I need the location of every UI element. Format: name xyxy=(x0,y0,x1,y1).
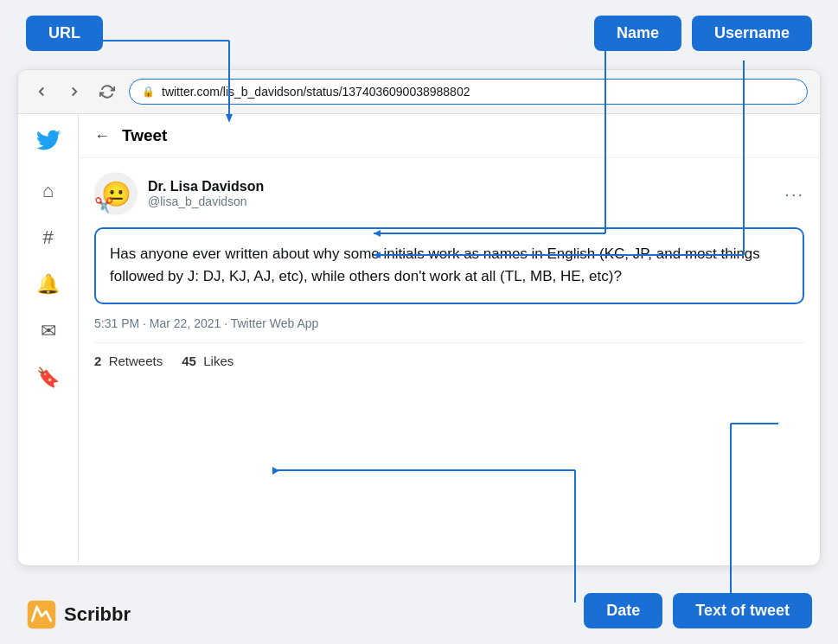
username-button[interactable]: Username xyxy=(692,16,812,51)
forward-button[interactable] xyxy=(63,80,86,103)
tweet-text: Has anyone ever written about why some i… xyxy=(110,243,789,289)
likes-stat: 45 Likes xyxy=(182,354,233,368)
bottom-buttons-row: Date Text of tweet xyxy=(584,593,812,628)
twitter-logo-icon[interactable] xyxy=(36,128,61,156)
likes-count: 45 xyxy=(182,354,196,368)
back-button[interactable] xyxy=(30,80,53,103)
name-button[interactable]: Name xyxy=(594,16,681,51)
retweets-label: Retweets xyxy=(109,354,163,368)
avatar-tools-emoji: ✂️ xyxy=(94,196,113,215)
author-info: Dr. Lisa Davidson @lisa_b_davidson xyxy=(148,179,264,208)
tweet-stats: 2 Retweets 45 Likes xyxy=(94,342,804,379)
twitter-content: ⌂ # 🔔 ✉ 🔖 ← Tweet 😐 ✂️ xyxy=(18,114,820,564)
home-icon[interactable]: ⌂ xyxy=(42,180,54,202)
author-handle: @lisa_b_davidson xyxy=(148,194,264,208)
bookmarks-icon[interactable]: 🔖 xyxy=(36,367,60,389)
hashtag-icon[interactable]: # xyxy=(42,226,53,249)
reload-button[interactable] xyxy=(96,80,118,103)
url-button[interactable]: URL xyxy=(26,16,103,51)
date-button[interactable]: Date xyxy=(584,593,662,628)
messages-icon[interactable]: ✉ xyxy=(41,320,56,342)
scribbr-icon xyxy=(26,599,57,630)
top-right-buttons: Name Username xyxy=(594,16,812,51)
scribbr-name: Scribbr xyxy=(64,603,131,626)
tweet-page-title: Tweet xyxy=(122,126,167,145)
tweet-card: 😐 ✂️ Dr. Lisa Davidson @lisa_b_davidson … xyxy=(79,158,820,392)
lock-icon: 🔒 xyxy=(142,86,155,98)
more-button[interactable]: ··· xyxy=(784,184,804,204)
text-of-tweet-button[interactable]: Text of tweet xyxy=(673,593,812,628)
tweet-header: ← Tweet xyxy=(79,114,820,158)
author-name: Dr. Lisa Davidson xyxy=(148,179,264,194)
tweet-area: ← Tweet 😐 ✂️ Dr. Lisa Davidson @lisa_b_d… xyxy=(79,114,820,564)
avatar: 😐 ✂️ xyxy=(94,172,138,215)
retweets-count: 2 xyxy=(94,354,101,368)
browser-chrome: 🔒 twitter.com/lis_b_davidson/status/1374… xyxy=(18,70,820,114)
scribbr-logo: Scribbr xyxy=(26,599,131,630)
twitter-sidebar: ⌂ # 🔔 ✉ 🔖 xyxy=(18,114,79,564)
tweet-back-arrow[interactable]: ← xyxy=(94,127,110,145)
tweet-meta: 5:31 PM · Mar 22, 2021 · Twitter Web App xyxy=(94,316,804,330)
likes-label: Likes xyxy=(203,354,233,368)
tweet-author-left: 😐 ✂️ Dr. Lisa Davidson @lisa_b_davidson xyxy=(94,172,264,215)
address-bar[interactable]: 🔒 twitter.com/lis_b_davidson/status/1374… xyxy=(129,79,808,105)
notifications-icon[interactable]: 🔔 xyxy=(36,273,60,296)
tweet-author-row: 😐 ✂️ Dr. Lisa Davidson @lisa_b_davidson … xyxy=(94,172,804,215)
browser-window: 🔒 twitter.com/lis_b_davidson/status/1374… xyxy=(17,69,821,566)
tweet-body: Has anyone ever written about why some i… xyxy=(94,227,804,304)
url-text: twitter.com/lis_b_davidson/status/137403… xyxy=(162,85,470,99)
retweets-stat: 2 Retweets xyxy=(94,354,163,368)
top-buttons-row: URL Name Username xyxy=(0,16,838,51)
